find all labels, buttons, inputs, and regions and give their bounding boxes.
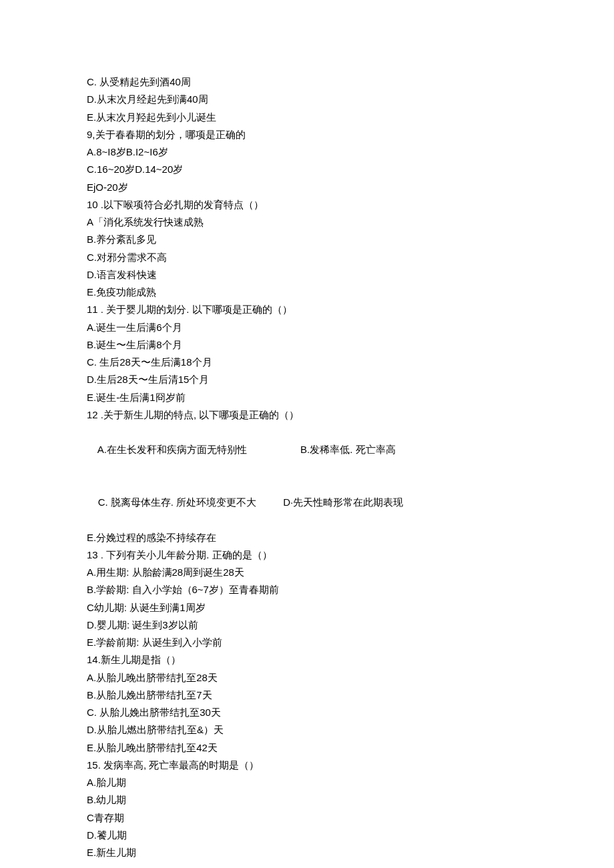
option-line: D.从末次月经起先到满40周 bbox=[87, 91, 527, 108]
question-line: 13 . 下列有关小儿年龄分期. 正确的是（） bbox=[87, 546, 527, 564]
option-line: EjO-20岁 bbox=[87, 179, 527, 196]
option-line: D.从胎儿燃出脐带结扎至&）天 bbox=[87, 721, 527, 739]
option-line: C. 生后28天〜生后满18个月 bbox=[87, 354, 527, 371]
option-line: C幼儿期: 从诞生到满1周岁 bbox=[87, 599, 527, 616]
option-a: A.在生长发秆和疾病方面无特别性 bbox=[97, 444, 247, 455]
question-line: 9,关于春春期的划分，哪项是正确的 bbox=[87, 126, 527, 143]
option-line: E.新生儿期 bbox=[87, 844, 527, 861]
option-line: D.饕儿期 bbox=[87, 827, 527, 844]
option-b: B.发稀率低. 死亡率高 bbox=[300, 444, 396, 455]
option-line: E.诞生-生后满1冏岁前 bbox=[87, 389, 527, 406]
option-line: B.幼儿期 bbox=[87, 791, 527, 809]
option-d: D·先天性畸形常在此期表现 bbox=[283, 496, 403, 508]
option-line: A.8~I8岁B.I2~I6岁 bbox=[87, 143, 527, 161]
option-line: A.从胎儿晚出脐带结扎至28天 bbox=[87, 669, 527, 687]
option-line: E.分娩过程的感染不持续存在 bbox=[87, 529, 527, 546]
option-c: C. 脱离母体生存. 所处环境变更不大 bbox=[98, 496, 257, 508]
option-line: E.学龄前期: 从诞生到入小学前 bbox=[87, 634, 527, 651]
option-line: E.从末次月羟起先到小儿诞生 bbox=[87, 109, 527, 126]
option-line: C.16~20岁D.14~20岁 bbox=[87, 161, 527, 178]
option-row: C. 脱离母体生存. 所处环境变更不大D·先天性畸形常在此期表现 bbox=[87, 476, 527, 529]
option-line: D.语言发科快速 bbox=[87, 266, 527, 284]
option-line: B.诞生〜生后满8个月 bbox=[87, 336, 527, 354]
question-line: 15. 发病率高, 死亡率最高的时期是（） bbox=[87, 757, 527, 774]
option-line: A「消化系统发行快速成熟 bbox=[87, 213, 527, 231]
option-line: A.诞生一生后满6个月 bbox=[87, 319, 527, 336]
option-line: C. 从胎儿娩出脐带结扎至30天 bbox=[87, 704, 527, 721]
option-line: B.养分紊乱多见 bbox=[87, 231, 527, 248]
option-line: A.胎儿期 bbox=[87, 774, 527, 791]
document-page: C. 从受精起先到酒40周 D.从末次月经起先到满40周 E.从末次月羟起先到小… bbox=[0, 0, 614, 868]
question-line: 12 .关于新生儿期的特点, 以下哪项是正确的（） bbox=[87, 406, 527, 424]
option-line: E.免疫功能成熟 bbox=[87, 284, 527, 301]
option-row: A.在生长发秆和疾病方面无特别性B.发稀率低. 死亡率高 bbox=[87, 424, 527, 476]
option-line: D.生后28天〜生后清15个月 bbox=[87, 371, 527, 388]
option-line: C青存期 bbox=[87, 809, 527, 827]
option-line: D.婴儿期: 诞生到3岁以前 bbox=[87, 616, 527, 634]
option-line: C.对邪分需求不高 bbox=[87, 249, 527, 266]
option-line: E.从胎儿晚出脐带结扎至42天 bbox=[87, 739, 527, 757]
question-line: 10 .以下喉项符合必扎期的发育特点（） bbox=[87, 196, 527, 213]
option-line: B.学龄期: 自入小学始（6~7岁）至青春期前 bbox=[87, 581, 527, 598]
question-line: 14.新生儿期是指（） bbox=[87, 651, 527, 669]
question-line: 11 . 关于婴儿期的划分. 以下哪项是正确的（） bbox=[87, 301, 527, 318]
option-line: B.从胎儿娩出脐带结扎至7天 bbox=[87, 687, 527, 704]
option-line: C. 从受精起先到酒40周 bbox=[87, 73, 527, 91]
option-line: A.用生期: 从胎龄满28周到诞生28天 bbox=[87, 564, 527, 581]
